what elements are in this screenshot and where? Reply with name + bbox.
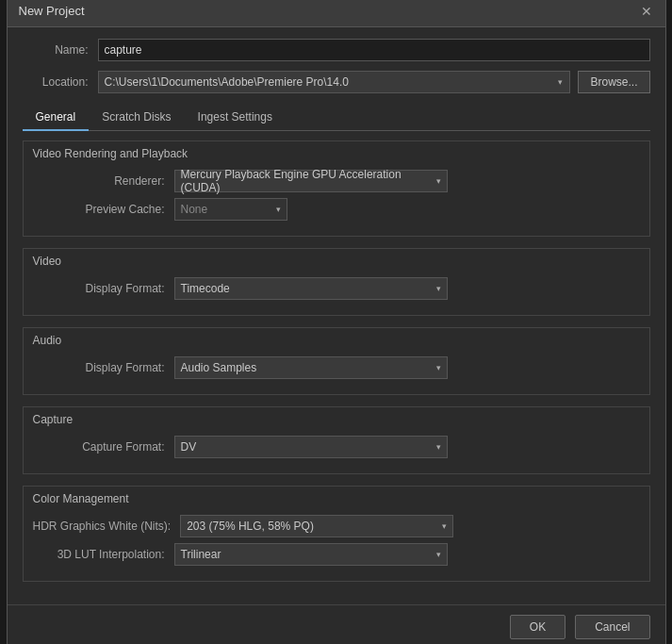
video-display-label: Display Format: bbox=[33, 282, 165, 295]
audio-display-label: Display Format: bbox=[33, 361, 165, 374]
video-display-dropdown[interactable]: Timecode ▾ bbox=[174, 277, 448, 300]
video-rendering-section: Video Rendering and Playback Renderer: M… bbox=[23, 140, 650, 237]
capture-title: Capture bbox=[24, 407, 649, 430]
location-row: Location: ▾ Browse... bbox=[23, 71, 650, 93]
renderer-arrow: ▾ bbox=[429, 176, 441, 186]
renderer-label: Renderer: bbox=[33, 174, 165, 188]
audio-display-row: Display Format: Audio Samples ▾ bbox=[33, 356, 640, 379]
location-dropdown-arrow[interactable]: ▾ bbox=[551, 71, 570, 93]
audio-content: Display Format: Audio Samples ▾ bbox=[24, 351, 649, 394]
color-management-section: Color Management HDR Graphics White (Nit… bbox=[23, 486, 650, 582]
preview-arrow: ▾ bbox=[269, 205, 281, 214]
location-input[interactable] bbox=[98, 71, 552, 93]
hdr-dropdown[interactable]: 203 (75% HLG, 58% PQ) ▾ bbox=[180, 515, 453, 537]
lut-dropdown[interactable]: Trilinear ▾ bbox=[174, 543, 448, 566]
hdr-label: HDR Graphics White (Nits): bbox=[33, 520, 172, 533]
lut-value: Trilinear bbox=[181, 548, 429, 561]
lut-row: 3D LUT Interpolation: Trilinear ▾ bbox=[33, 543, 640, 566]
preview-dropdown[interactable]: None ▾ bbox=[174, 198, 287, 221]
capture-section: Capture Capture Format: DV ▾ bbox=[23, 406, 650, 474]
dialog-title: New Project bbox=[19, 4, 85, 18]
browse-button[interactable]: Browse... bbox=[578, 71, 649, 93]
preview-label: Preview Cache: bbox=[33, 203, 165, 216]
video-display-arrow: ▾ bbox=[429, 284, 441, 293]
audio-section: Audio Display Format: Audio Samples ▾ bbox=[23, 327, 650, 395]
cancel-button[interactable]: Cancel bbox=[575, 615, 649, 639]
name-label: Name: bbox=[23, 43, 89, 57]
audio-display-value: Audio Samples bbox=[181, 361, 429, 374]
hdr-row: HDR Graphics White (Nits): 203 (75% HLG,… bbox=[33, 515, 640, 537]
renderer-value: Mercury Playback Engine GPU Acceleration… bbox=[181, 168, 429, 194]
capture-format-dropdown[interactable]: DV ▾ bbox=[174, 436, 448, 458]
new-project-dialog: New Project ✕ Name: Location: ▾ Browse..… bbox=[7, 0, 666, 644]
audio-display-arrow: ▾ bbox=[429, 363, 441, 372]
hdr-value: 203 (75% HLG, 58% PQ) bbox=[187, 520, 434, 533]
capture-format-arrow: ▾ bbox=[429, 442, 441, 452]
capture-format-value: DV bbox=[181, 440, 429, 454]
capture-format-label: Capture Format: bbox=[33, 440, 165, 454]
tab-ingest-settings[interactable]: Ingest Settings bbox=[185, 105, 286, 131]
titlebar: New Project ✕ bbox=[8, 0, 665, 27]
lut-label: 3D LUT Interpolation: bbox=[33, 548, 165, 561]
video-display-value: Timecode bbox=[181, 282, 429, 295]
color-management-title: Color Management bbox=[24, 487, 649, 509]
ok-button[interactable]: OK bbox=[510, 615, 565, 639]
name-row: Name: bbox=[23, 39, 650, 61]
capture-format-row: Capture Format: DV ▾ bbox=[33, 436, 640, 458]
video-rendering-title: Video Rendering and Playback bbox=[24, 141, 649, 164]
color-management-content: HDR Graphics White (Nits): 203 (75% HLG,… bbox=[24, 509, 649, 581]
lut-arrow: ▾ bbox=[429, 550, 441, 559]
close-button[interactable]: ✕ bbox=[639, 4, 654, 19]
renderer-dropdown[interactable]: Mercury Playback Engine GPU Acceleration… bbox=[174, 170, 448, 192]
tab-scratch-disks[interactable]: Scratch Disks bbox=[89, 105, 184, 131]
video-title: Video bbox=[24, 249, 649, 272]
preview-cache-row: Preview Cache: None ▾ bbox=[33, 198, 640, 221]
location-input-wrap: ▾ bbox=[98, 71, 571, 93]
name-input[interactable] bbox=[98, 39, 650, 61]
video-display-row: Display Format: Timecode ▾ bbox=[33, 277, 640, 300]
renderer-row: Renderer: Mercury Playback Engine GPU Ac… bbox=[33, 170, 640, 192]
capture-content: Capture Format: DV ▾ bbox=[24, 430, 649, 473]
hdr-arrow: ▾ bbox=[434, 521, 447, 531]
video-section: Video Display Format: Timecode ▾ bbox=[23, 248, 650, 316]
audio-title: Audio bbox=[24, 328, 649, 351]
tabs: General Scratch Disks Ingest Settings bbox=[23, 105, 650, 131]
location-label: Location: bbox=[23, 75, 89, 89]
dialog-footer: OK Cancel bbox=[8, 604, 665, 645]
video-rendering-content: Renderer: Mercury Playback Engine GPU Ac… bbox=[24, 164, 649, 236]
dialog-body: Name: Location: ▾ Browse... General Scra… bbox=[8, 27, 665, 604]
video-content: Display Format: Timecode ▾ bbox=[24, 272, 649, 315]
tab-general[interactable]: General bbox=[23, 105, 90, 131]
audio-display-dropdown[interactable]: Audio Samples ▾ bbox=[174, 356, 448, 379]
preview-value: None bbox=[181, 203, 269, 216]
